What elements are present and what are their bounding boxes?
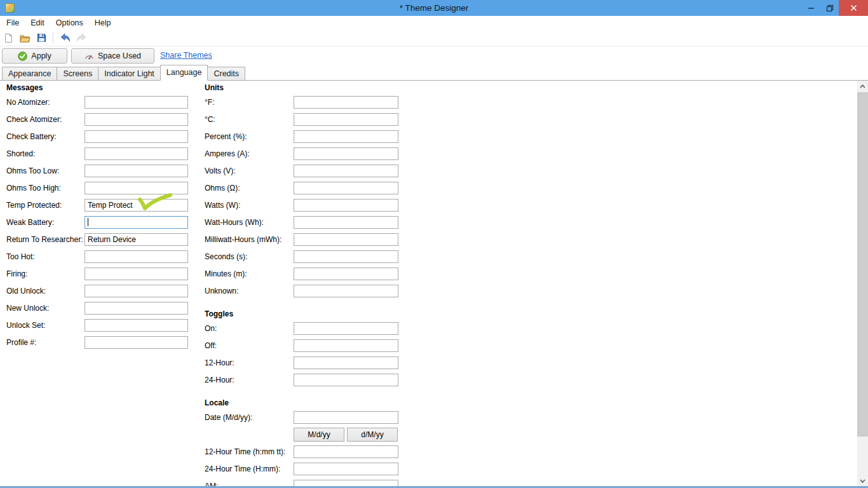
tab-language[interactable]: Language: [160, 65, 208, 81]
form-row: 24-Hour Time (H:mm):: [205, 460, 403, 477]
field-input-ohms-too-high[interactable]: [85, 182, 188, 194]
form-row: Watt-Hours (Wh):: [205, 214, 403, 231]
scrollbar-thumb[interactable]: [857, 92, 868, 437]
field-label-date-m-d-yy: Date (M/d/yy):: [205, 413, 294, 422]
field-label-ohms: Ohms (Ω):: [205, 184, 294, 193]
minimize-button[interactable]: [802, 0, 820, 16]
field-input-24-hour-time-h-mm[interactable]: [294, 463, 398, 475]
field-label-off: Off:: [205, 341, 294, 350]
form-row: Check Battery:: [6, 128, 197, 145]
field-label-f: °F:: [205, 98, 294, 107]
close-icon: [850, 4, 857, 11]
field-input-amperes-a[interactable]: [294, 147, 398, 160]
field-input-on[interactable]: [294, 322, 398, 335]
field-input-profile[interactable]: [85, 336, 188, 349]
field-label-unlock-set: Unlock Set:: [6, 321, 85, 330]
field-input-ohms[interactable]: [294, 182, 398, 194]
field-input-milliwatt-hours-mwh[interactable]: [294, 233, 398, 246]
field-label-c: °C:: [205, 115, 294, 124]
field-input-ohms-too-low[interactable]: [85, 165, 188, 177]
field-input-am[interactable]: [294, 480, 398, 487]
new-file-button[interactable]: [0, 30, 17, 46]
date-format-button-d-m-yy[interactable]: d/M/yy: [347, 428, 398, 442]
tab-strip: Appearance Screens Indicator Light Langu…: [0, 66, 868, 81]
field-label-watt-hours-wh: Watt-Hours (Wh):: [205, 218, 294, 227]
field-label-am: AM:: [205, 482, 294, 487]
close-button[interactable]: [839, 0, 868, 16]
form-row: Temp Protected:: [6, 196, 197, 214]
field-label-too-hot: Too Hot:: [6, 252, 85, 261]
field-input-return-to-researcher[interactable]: [85, 233, 188, 246]
undo-button[interactable]: [57, 30, 73, 46]
redo-button[interactable]: [73, 30, 90, 46]
form-row: Check Atomizer:: [6, 111, 197, 128]
field-label-12-hour: 12-Hour:: [205, 358, 294, 367]
field-input-date-m-d-yy[interactable]: [294, 411, 398, 424]
section-header-locale: Locale: [205, 398, 403, 408]
scroll-up-button[interactable]: [857, 81, 868, 92]
field-input-unknown[interactable]: [294, 285, 398, 297]
share-themes-link[interactable]: Share Themes: [160, 51, 212, 60]
field-label-unknown: Unknown:: [205, 287, 294, 295]
field-label-temp-protected: Temp Protected:: [6, 201, 85, 210]
field-label-ohms-too-high: Ohms Too High:: [6, 184, 85, 193]
space-used-button[interactable]: Space Used: [71, 48, 154, 64]
tab-appearance[interactable]: Appearance: [2, 67, 57, 80]
save-button[interactable]: [33, 30, 50, 46]
field-label-minutes-m: Minutes (m):: [205, 269, 294, 278]
field-label-new-unlock: New Unlock:: [6, 304, 85, 313]
tab-screens[interactable]: Screens: [57, 67, 98, 80]
field-input-weak-battery[interactable]: [85, 216, 188, 229]
field-label-amperes-a: Amperes (A):: [205, 149, 294, 158]
field-input-volts-v[interactable]: [294, 165, 398, 177]
restore-button[interactable]: [820, 0, 839, 16]
menu-file[interactable]: File: [1, 16, 25, 30]
field-input-c[interactable]: [294, 113, 398, 126]
field-input-f[interactable]: [294, 96, 398, 109]
field-input-old-unlock[interactable]: [85, 285, 188, 297]
form-row: Ohms Too High:: [6, 179, 197, 196]
field-label-old-unlock: Old Unlock:: [6, 287, 85, 295]
field-input-new-unlock[interactable]: [85, 302, 188, 315]
field-input-off[interactable]: [294, 339, 398, 352]
form-row: Percent (%):: [205, 128, 403, 145]
menu-help[interactable]: Help: [89, 16, 117, 30]
field-label-shorted: Shorted:: [6, 149, 85, 158]
field-label-volts-v: Volts (V):: [205, 166, 294, 175]
open-folder-button[interactable]: [17, 30, 33, 46]
field-input-check-atomizer[interactable]: [85, 113, 188, 126]
menu-options[interactable]: Options: [50, 16, 89, 30]
field-input-no-atomizer[interactable]: [85, 96, 188, 109]
field-input-12-hour-time-h-mm-tt[interactable]: [294, 445, 398, 458]
field-input-24-hour[interactable]: [294, 374, 398, 386]
field-input-watt-hours-wh[interactable]: [294, 216, 398, 229]
section-header-messages: Messages: [6, 83, 197, 93]
field-input-shorted[interactable]: [85, 147, 188, 160]
date-format-button-m-d-yy[interactable]: M/d/yy: [294, 428, 344, 442]
form-row: Ohms Too Low:: [6, 162, 197, 179]
tab-credits[interactable]: Credits: [207, 67, 245, 80]
field-input-temp-protected[interactable]: [85, 199, 188, 212]
apply-check-icon: [18, 51, 27, 61]
titlebar: * Theme Designer: [0, 0, 868, 16]
apply-button[interactable]: Apply: [2, 48, 67, 64]
form-row: 12-Hour Time (h:mm tt):: [205, 443, 403, 460]
field-input-percent[interactable]: [294, 130, 398, 143]
field-input-check-battery[interactable]: [85, 130, 188, 143]
field-input-minutes-m[interactable]: [294, 268, 398, 280]
field-input-watts-w[interactable]: [294, 199, 398, 212]
field-input-unlock-set[interactable]: [85, 319, 188, 332]
field-label-check-battery: Check Battery:: [6, 132, 85, 141]
form-row: Minutes (m):: [205, 265, 403, 282]
field-label-weak-battery: Weak Battery:: [6, 218, 85, 227]
menu-edit[interactable]: Edit: [25, 16, 50, 30]
field-input-seconds-s[interactable]: [294, 250, 398, 263]
tab-indicator-light[interactable]: Indicator Light: [98, 67, 161, 80]
form-row: Ohms (Ω):: [205, 179, 403, 196]
field-input-12-hour[interactable]: [294, 356, 398, 369]
vertical-scrollbar[interactable]: [857, 81, 868, 486]
field-input-too-hot[interactable]: [85, 250, 188, 263]
form-row: Milliwatt-Hours (mWh):: [205, 231, 403, 248]
field-input-firing[interactable]: [85, 268, 188, 280]
scroll-down-button[interactable]: [857, 475, 868, 486]
